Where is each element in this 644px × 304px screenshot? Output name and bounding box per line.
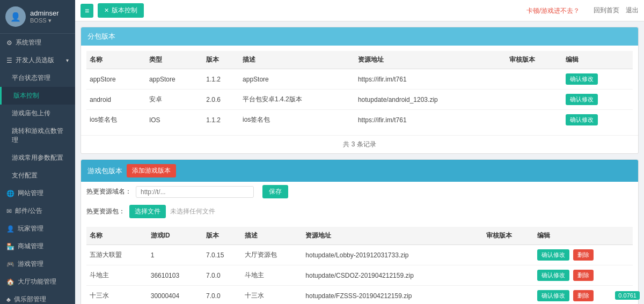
cell-name: 十三水 [86,286,148,305]
sidebar-item-label: 跳转和游戏点数管理 [12,127,69,145]
sidebar-item-lobby-mgmt[interactable]: 🏠 大厅功能管理 [0,273,75,291]
cell-desc: appStore [239,69,355,90]
sidebar-item-mail-notice[interactable]: ✉ 邮件/公告 [0,202,75,220]
cell-edit: 确认修改 [562,90,633,110]
cell-review [506,69,562,90]
sidebar-item-game-mgmt[interactable]: 🎮 游戏管理 [0,255,75,273]
col-type: 类型 [146,51,203,69]
sidebar-item-label: 商城管理 [18,242,43,251]
cell-version: 7.0.15 [203,245,241,265]
cell-version: 2.0.6 [203,90,239,110]
delete-button[interactable]: 删除 [573,249,594,261]
col-review: 审核版本 [506,51,562,69]
game-section: 游戏包版本 添加游戏版本 热更资源域名： 保存 热更资源包： 选择文件 未选择任… [80,159,639,304]
col-edit: 编辑 [562,51,633,69]
menu-icon: ☰ [6,57,12,64]
gear-icon: ⚙ [6,39,12,47]
topbar: ≡ ✕ 版本控制 卡顿/游戏进不去？ 回到首页 退出 [75,0,644,21]
cell-edit: 确认修改 删除 [534,265,633,286]
sidebar-item-jump-game-data[interactable]: 跳转和游戏点数管理 [0,122,75,149]
table-row: android 安卓 2.0.6 平台包安卓1.4.2版本 hotupdate/… [86,90,633,110]
save-hotupdate-button[interactable]: 保存 [262,185,288,198]
sidebar-item-label: 游戏庙包上传 [12,109,50,118]
cell-edit: 确认修改 删除 [534,245,633,265]
table-row: 五游大联盟 1 7.0.15 大厅资源包 hotupdate/Lobby-201… [86,245,633,265]
add-game-version-button[interactable]: 添加游戏版本 [127,164,176,177]
cell-desc: 大厅资源包 [241,245,303,265]
content-area: 分包版本 名称 类型 版本 描述 资源地址 审核版本 编辑 [75,21,644,304]
confirm-modify-button[interactable]: 确认修改 [537,290,569,301]
confirm-modify-button[interactable]: 确认修改 [566,114,598,125]
col-review: 审核版本 [483,227,534,245]
sidebar-item-system-mgmt[interactable]: ⚙ 系统管理 [0,34,75,51]
cell-name: 斗地主 [86,265,148,286]
sidebar-item-label: 开发人员选版 [16,56,54,65]
col-version: 版本 [203,51,239,69]
col-desc: 描述 [239,51,355,69]
game-table-wrap: 名称 游戏ID 版本 描述 资源地址 审核版本 编辑 五游大联盟 1 7.0.1… [81,221,638,304]
delete-button[interactable]: 删除 [573,270,594,281]
col-edit: 编辑 [534,227,633,245]
cell-version: 1.1.2 [203,69,239,90]
logout-button[interactable]: 退出 [626,6,639,15]
sidebar-item-version-ctrl[interactable]: 版本控制 [0,87,75,105]
sidebar-item-label: 玩家管理 [18,224,43,233]
col-name: 名称 [86,51,146,69]
confirm-modify-button[interactable]: 确认修改 [566,73,598,85]
cell-type: 安卓 [146,90,203,110]
sidebar-item-mall-mgmt[interactable]: 🏪 商城管理 [0,238,75,255]
col-name: 名称 [86,227,148,245]
game-section-title: 游戏包版本 [87,166,122,176]
cell-review [506,110,562,130]
delete-button[interactable]: 删除 [573,290,594,301]
version-total: 共 3 条记录 [81,135,638,153]
sidebar: 👤 adminser BOSS ▾ ⚙ 系统管理 ☰ 开发人员选版 ▾ 平台状态… [0,0,75,304]
col-game-id: 游戏ID [148,227,203,245]
sidebar-item-platform-status[interactable]: 平台状态管理 [0,69,75,87]
version-section: 分包版本 名称 类型 版本 描述 资源地址 审核版本 编辑 [80,27,639,154]
sidebar-item-label: 邮件/公告 [15,206,42,216]
confirm-modify-button[interactable]: 确认修改 [537,270,569,281]
cell-review [506,90,562,110]
sidebar-item-label: 网站管理 [18,189,43,198]
confirm-modify-button[interactable]: 确认修改 [566,94,598,105]
confirm-modify-button[interactable]: 确认修改 [537,249,569,261]
cell-desc: 斗地主 [241,265,303,286]
tab-version-ctrl[interactable]: ✕ 版本控制 [98,3,144,18]
cell-game-id: 36610103 [148,265,203,286]
menu-toggle-button[interactable]: ≡ [80,4,93,18]
sidebar-item-club-mgmt[interactable]: ♣ 俱乐部管理 [0,291,75,304]
hotupdate-domain-input[interactable] [136,186,254,198]
hotupdate-label: 热更资源域名： [86,187,131,196]
sidebar-item-pay-config[interactable]: 支付配置 [0,167,75,184]
cell-desc: ios签名包 [239,110,355,130]
site-icon: 🌐 [6,190,14,197]
version-table-wrap: 名称 类型 版本 描述 资源地址 审核版本 编辑 appStore appSto… [81,46,638,135]
choose-file-button[interactable]: 选择文件 [129,205,166,218]
sidebar-item-label: 支付配置 [12,171,38,180]
cell-version: 1.1.2 [203,110,239,130]
sidebar-item-label: 大厅功能管理 [18,277,56,286]
cell-desc: 十三水 [241,286,303,305]
cell-name: appStore [86,69,146,90]
game-icon: 🎮 [6,261,14,268]
table-row: 十三水 30000404 7.0.0 十三水 hotupdate/FZSSS-2… [86,286,633,305]
hotupdate-domain-row: 热更资源域名： 保存 [81,182,638,202]
sidebar-item-site-mgmt[interactable]: 🌐 网站管理 [0,184,75,202]
col-url: 资源地址 [355,51,506,69]
sidebar-item-label: 俱乐部管理 [14,295,46,304]
cell-review [483,286,534,305]
cell-url: hotupdate/CSDOZ-201904212159.zip [302,265,483,286]
cell-edit: 确认修改 [562,69,633,90]
sidebar-item-game-params[interactable]: 游戏常用参数配置 [0,149,75,167]
game-section-header: 游戏包版本 添加游戏版本 [81,160,638,182]
back-button[interactable]: 回到首页 [594,6,619,15]
sidebar-item-dev-select[interactable]: ☰ 开发人员选版 ▾ [0,51,75,69]
sidebar-header: 👤 adminser BOSS ▾ [0,0,75,34]
sidebar-item-player-mgmt[interactable]: 👤 玩家管理 [0,220,75,238]
sidebar-item-label: 版本控制 [13,91,39,100]
tab-close-icon[interactable]: ✕ [104,7,109,14]
sidebar-item-game-upload[interactable]: 游戏庙包上传 [0,105,75,122]
cell-review [483,265,534,286]
game-table-header-row: 名称 游戏ID 版本 描述 资源地址 审核版本 编辑 [86,227,633,245]
